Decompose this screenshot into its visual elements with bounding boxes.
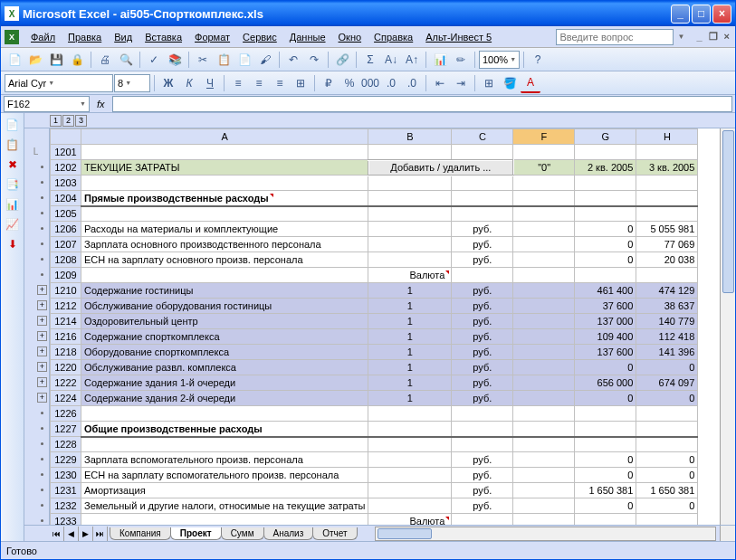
outline-expand-icon[interactable]: + bbox=[37, 362, 47, 372]
percent-icon[interactable]: % bbox=[339, 73, 359, 93]
borders-icon[interactable]: ⊞ bbox=[479, 73, 499, 93]
menu-file[interactable]: Файл bbox=[24, 29, 62, 45]
spreadsheet-grid[interactable]: A B C F G H 1201 1202 ТЕКУЩИЕ ЗАТРАТЫ Д bbox=[50, 128, 698, 525]
tab-last-icon[interactable]: ⏭ bbox=[93, 527, 108, 541]
undo-icon[interactable]: ↶ bbox=[283, 50, 303, 70]
menu-data[interactable]: Данные bbox=[283, 29, 332, 45]
table-row[interactable]: 1201 bbox=[51, 145, 698, 160]
tab-компания[interactable]: Компания bbox=[110, 527, 171, 540]
comma-icon[interactable]: 000 bbox=[360, 73, 380, 93]
table-row[interactable]: 1216 Содержание спорткомплекса 1 руб. 10… bbox=[51, 329, 698, 345]
outline-expand-icon[interactable]: + bbox=[37, 346, 47, 356]
align-left-icon[interactable]: ≡ bbox=[228, 73, 248, 93]
col-header-H[interactable]: H bbox=[636, 129, 698, 145]
dec-indent-icon[interactable]: ⇤ bbox=[430, 73, 450, 93]
outline-level-3[interactable]: 3 bbox=[75, 115, 87, 127]
fill-color-icon[interactable]: 🪣 bbox=[500, 73, 520, 93]
menu-edit[interactable]: Правка bbox=[62, 29, 108, 45]
table-row[interactable]: 1222 Содержание здания 1-й очереди 1 руб… bbox=[51, 375, 698, 391]
tab-анализ[interactable]: Анализ bbox=[263, 527, 314, 540]
tab-сумм[interactable]: Сумм bbox=[221, 527, 264, 540]
menu-view[interactable]: Вид bbox=[108, 29, 139, 45]
table-row[interactable]: 1214 Оздоровительный центр 1 руб. 137 00… bbox=[51, 314, 698, 329]
table-row[interactable]: 1218 Оборудование спорткомплекса 1 руб. … bbox=[51, 345, 698, 360]
col-header-G[interactable]: G bbox=[575, 129, 636, 145]
table-row[interactable]: 1207 Зарплата основного производственног… bbox=[51, 237, 698, 252]
outline-expand-icon[interactable]: + bbox=[37, 331, 47, 341]
cut-icon[interactable]: ✂ bbox=[193, 50, 213, 70]
table-row[interactable]: 1220 Обслуживание развл. комплекса 1 руб… bbox=[51, 360, 698, 375]
inc-indent-icon[interactable]: ⇥ bbox=[451, 73, 471, 93]
autosum-icon[interactable]: Σ bbox=[360, 50, 380, 70]
doc-close-button[interactable]: × bbox=[722, 31, 731, 43]
print-icon[interactable]: 🖨 bbox=[95, 50, 115, 70]
bold-icon[interactable]: Ж bbox=[158, 73, 178, 93]
col-header-F[interactable]: F bbox=[513, 129, 575, 145]
font-color-icon[interactable]: A bbox=[521, 73, 540, 93]
outline-expand-icon[interactable]: + bbox=[37, 377, 47, 387]
table-row[interactable]: 1229 Зарплата вспомогательного произв. п… bbox=[51, 452, 698, 468]
outline-level-2[interactable]: 2 bbox=[62, 115, 74, 127]
table-row[interactable]: 1205 bbox=[51, 206, 698, 222]
table-row[interactable]: 1212 Обслуживание оборудования гостиницы… bbox=[51, 299, 698, 314]
inc-decimal-icon[interactable]: .0 bbox=[381, 73, 401, 93]
maximize-button[interactable]: □ bbox=[692, 5, 711, 24]
table-row[interactable]: 1226 bbox=[51, 406, 698, 422]
menu-window[interactable]: Окно bbox=[332, 29, 368, 45]
table-row[interactable]: 1227 Общие производственные расходы bbox=[51, 422, 698, 437]
app-icon[interactable]: X bbox=[5, 30, 19, 44]
doc-restore-button[interactable]: ❐ bbox=[707, 31, 720, 43]
font-size-combo[interactable]: 8▼ bbox=[114, 74, 150, 92]
side-btn-3[interactable]: ✖ bbox=[5, 157, 21, 173]
help-dropdown-icon[interactable]: ▼ bbox=[677, 33, 685, 41]
side-btn-2[interactable]: 📋 bbox=[5, 137, 21, 153]
zoom-combo[interactable]: 100%▼ bbox=[479, 51, 520, 69]
side-btn-5[interactable]: 📊 bbox=[5, 196, 21, 213]
menu-tools[interactable]: Сервис bbox=[236, 29, 283, 45]
table-row[interactable]: 1231 Амортизация руб. 1 650 381 1 650 38… bbox=[51, 483, 698, 498]
tab-prev-icon[interactable]: ◀ bbox=[64, 527, 79, 541]
tab-first-icon[interactable]: ⏮ bbox=[50, 527, 64, 541]
side-btn-4[interactable]: 📑 bbox=[5, 176, 21, 193]
outline-level-1[interactable]: 1 bbox=[50, 115, 62, 127]
dec-decimal-icon[interactable]: .0 bbox=[402, 73, 422, 93]
doc-minimize-button[interactable]: _ bbox=[694, 31, 703, 43]
tab-проект[interactable]: Проект bbox=[170, 527, 222, 540]
menu-insert[interactable]: Вставка bbox=[139, 29, 188, 45]
table-row[interactable]: 1230 ЕСН на зарплату вспомогательного пр… bbox=[51, 468, 698, 483]
hyperlink-icon[interactable]: 🔗 bbox=[332, 50, 352, 70]
side-btn-7[interactable]: ⬇ bbox=[5, 236, 21, 252]
table-row[interactable]: 1232 Земельный и другие налоги, относимы… bbox=[51, 498, 698, 514]
currency-icon[interactable]: ₽ bbox=[319, 73, 339, 93]
table-row[interactable]: 1209 Валюта bbox=[51, 268, 698, 283]
table-row[interactable]: 1204 Прямые производственные расходы bbox=[51, 191, 698, 206]
open-icon[interactable]: 📂 bbox=[25, 50, 45, 70]
col-header-B[interactable]: B bbox=[368, 129, 452, 145]
font-name-combo[interactable]: Arial Cyr▼ bbox=[5, 74, 113, 92]
formula-input[interactable] bbox=[112, 96, 732, 112]
side-btn-1[interactable]: 📄 bbox=[5, 117, 21, 133]
tab-next-icon[interactable]: ▶ bbox=[79, 527, 93, 541]
table-row[interactable]: 1206 Расходы на материалы и комплектующи… bbox=[51, 222, 698, 237]
save-icon[interactable]: 💾 bbox=[46, 50, 66, 70]
horizontal-scrollbar[interactable] bbox=[375, 527, 716, 541]
outline-expand-icon[interactable]: + bbox=[37, 316, 47, 326]
fx-icon[interactable]: fx bbox=[97, 99, 105, 109]
table-row[interactable]: 1224 Содержание здания 2-й очереди 1 руб… bbox=[51, 391, 698, 406]
tab-отчет[interactable]: Отчет bbox=[312, 527, 357, 540]
copy-icon[interactable]: 📋 bbox=[214, 50, 234, 70]
merge-icon[interactable]: ⊞ bbox=[291, 73, 311, 93]
sort-desc-icon[interactable]: A↑ bbox=[402, 50, 422, 70]
side-btn-6[interactable]: 📈 bbox=[5, 216, 21, 233]
spellcheck-icon[interactable]: ✓ bbox=[144, 50, 164, 70]
permission-icon[interactable]: 🔒 bbox=[67, 50, 87, 70]
align-center-icon[interactable]: ≡ bbox=[249, 73, 269, 93]
vertical-scrollbar[interactable] bbox=[720, 128, 735, 525]
outline-expand-icon[interactable]: + bbox=[37, 393, 47, 403]
menu-help[interactable]: Справка bbox=[368, 29, 419, 45]
help-search-input[interactable] bbox=[556, 29, 674, 45]
table-row[interactable]: 1208 ЕСН на зарплату основного произв. п… bbox=[51, 252, 698, 268]
sort-asc-icon[interactable]: A↓ bbox=[381, 50, 401, 70]
format-painter-icon[interactable]: 🖌 bbox=[255, 50, 275, 70]
table-row[interactable]: 1228 bbox=[51, 437, 698, 452]
